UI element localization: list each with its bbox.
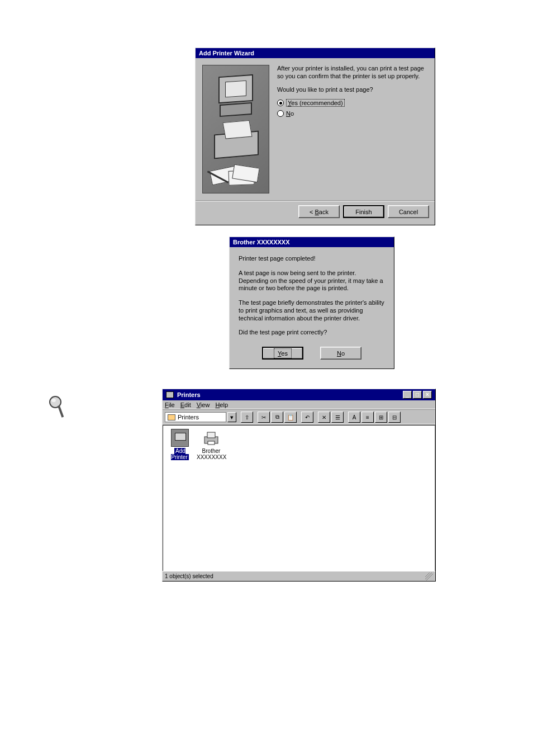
add-printer-wizard-dialog: Add Printer Wizard After your printer is… — [195, 48, 435, 225]
svg-rect-1 — [207, 432, 215, 438]
wizard-title: Add Printer Wizard — [199, 50, 254, 56]
wizard-question-text: Would you like to print a test page? — [277, 86, 428, 94]
back-button[interactable]: < Back — [298, 205, 340, 218]
test-page-dialog: Brother XXXXXXXX Printer test page compl… — [229, 237, 394, 369]
yes-button[interactable]: Yes — [262, 347, 303, 360]
printers-client-area[interactable]: Add Printer BrotherXXXXXXXX — [163, 425, 435, 576]
window-controls: _ □ × — [403, 391, 432, 399]
view-small-icons-button[interactable]: ≡ — [361, 412, 374, 423]
printers-folder-icon — [166, 391, 174, 398]
wizard-titlebar: Add Printer Wizard — [196, 48, 435, 58]
monitor-stand-icon — [220, 102, 252, 117]
svg-point-4 — [51, 399, 56, 402]
magnifying-glass-icon — [48, 395, 65, 420]
test-dialog-description-text: The test page briefly demonstrates the p… — [239, 299, 385, 322]
minimize-button[interactable]: _ — [403, 391, 412, 399]
printer-icon — [214, 131, 259, 159]
radio-no-row[interactable]: No — [277, 110, 428, 117]
toolbar: Printers ▾ ⇧ ✂ ⧉ 📋 ↶ ✕ ☰ A ≡ ⊞ ⊟ — [163, 410, 435, 425]
radio-yes-row[interactable]: Yes (recommended) — [277, 99, 428, 107]
menu-file[interactable]: File — [165, 401, 175, 408]
up-button[interactable]: ⇧ — [241, 412, 253, 423]
menu-bar: File Edit View Help — [163, 400, 435, 410]
wizard-intro-text: After your printer is installed, you can… — [277, 65, 428, 81]
wizard-illustration — [202, 65, 269, 193]
cut-button[interactable]: ✂ — [258, 412, 270, 423]
menu-edit[interactable]: Edit — [180, 401, 191, 408]
brother-printer-label: BrotherXXXXXXXX — [197, 448, 226, 460]
menu-help[interactable]: Help — [215, 401, 228, 408]
test-dialog-buttons: Yes No — [239, 343, 385, 360]
add-printer-item[interactable]: Add Printer — [165, 429, 194, 460]
address-bar[interactable]: Printers — [165, 412, 226, 422]
printers-titlebar: Printers _ □ × — [163, 389, 435, 400]
address-dropdown-arrow[interactable]: ▾ — [227, 412, 236, 422]
brother-printer-item[interactable]: BrotherXXXXXXXX — [197, 429, 226, 460]
monitor-icon — [218, 74, 253, 103]
status-text: 1 object(s) selected — [165, 573, 213, 579]
test-dialog-title: Brother XXXXXXXX — [233, 239, 290, 245]
resize-grip[interactable] — [425, 573, 433, 580]
printers-title-text: Printers — [177, 391, 201, 398]
svg-rect-5 — [58, 405, 64, 418]
test-dialog-sending-text: A test page is now being sent to the pri… — [239, 270, 385, 292]
radio-no-label[interactable]: No — [286, 110, 294, 117]
finish-button[interactable]: Finish — [343, 205, 384, 218]
address-text: Printers — [178, 414, 199, 420]
folder-icon — [168, 414, 175, 420]
printer-device-icon — [202, 429, 220, 447]
view-details-button[interactable]: ⊟ — [388, 412, 401, 423]
radio-no-input[interactable] — [277, 110, 284, 117]
radio-yes-label[interactable]: Yes (recommended) — [286, 99, 345, 107]
test-dialog-question-text: Did the test page print correctly? — [239, 329, 385, 337]
copy-button[interactable]: ⧉ — [271, 412, 283, 423]
test-dialog-titlebar: Brother XXXXXXXX — [230, 237, 394, 247]
menu-view[interactable]: View — [197, 401, 210, 408]
wizard-content: After your printer is installed, you can… — [277, 65, 428, 193]
radio-yes-input[interactable] — [277, 100, 284, 106]
printers-title-left: Printers — [166, 391, 201, 398]
status-bar: 1 object(s) selected — [163, 571, 435, 581]
delete-button[interactable]: ✕ — [318, 412, 330, 423]
test-dialog-body: Printer test page completed! A test page… — [230, 247, 394, 368]
paste-button[interactable]: 📋 — [284, 412, 297, 423]
wizard-body: After your printer is installed, you can… — [196, 58, 435, 200]
undo-button[interactable]: ↶ — [301, 412, 313, 423]
svg-rect-2 — [208, 441, 215, 445]
no-button[interactable]: No — [320, 347, 361, 360]
view-large-icons-button[interactable]: A — [348, 412, 360, 423]
wizard-button-row: < Back Finish Cancel — [196, 200, 435, 225]
maximize-button[interactable]: □ — [413, 391, 422, 399]
close-button[interactable]: × — [423, 391, 432, 399]
cancel-button[interactable]: Cancel — [388, 205, 429, 218]
properties-button[interactable]: ☰ — [331, 412, 344, 423]
test-dialog-completed-text: Printer test page completed! — [239, 255, 385, 263]
add-printer-icon — [171, 429, 189, 447]
view-list-button[interactable]: ⊞ — [375, 412, 387, 423]
printers-window: Printers _ □ × File Edit View Help Print… — [162, 389, 436, 582]
add-printer-label: Add Printer — [171, 448, 188, 460]
